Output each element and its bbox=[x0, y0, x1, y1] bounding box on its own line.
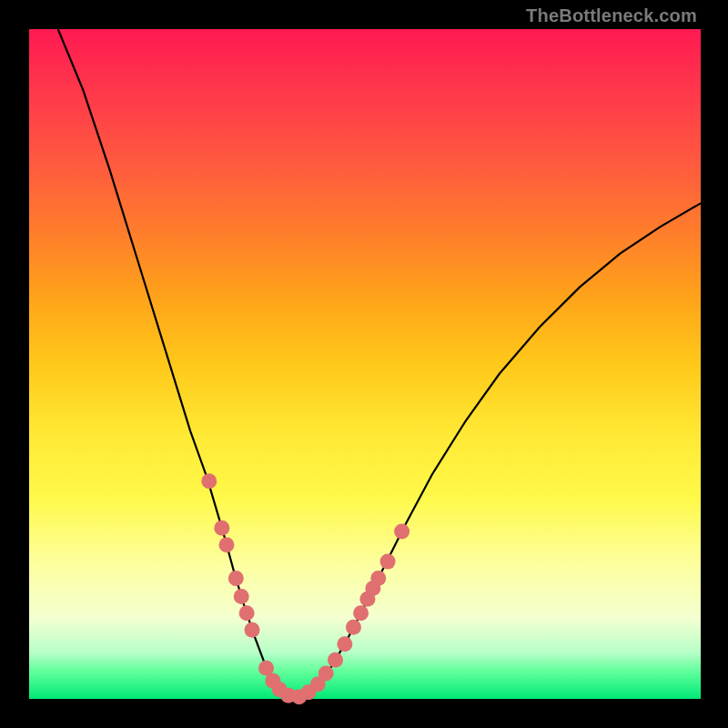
watermark-text: TheBottleneck.com bbox=[526, 5, 697, 26]
gradient-plot-area bbox=[29, 29, 701, 699]
chart-frame: TheBottleneck.com bbox=[0, 0, 728, 728]
